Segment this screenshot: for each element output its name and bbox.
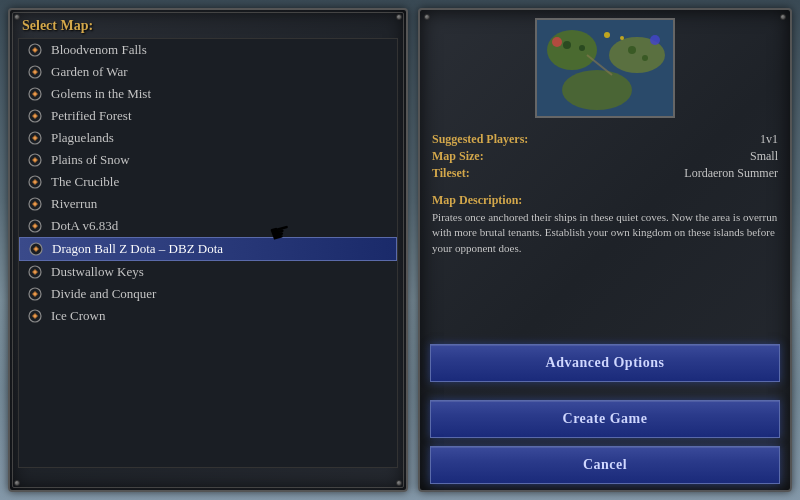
svg-point-32 bbox=[628, 46, 636, 54]
tileset-value: Lordaeron Summer bbox=[684, 166, 778, 181]
map-list-item[interactable]: Plains of Snow bbox=[19, 149, 397, 171]
map-list-item[interactable]: Bloodvenom Falls bbox=[19, 39, 397, 61]
map-item-icon bbox=[27, 218, 43, 234]
map-item-icon bbox=[28, 241, 44, 257]
map-item-icon bbox=[27, 108, 43, 124]
map-size-row: Map Size: Small bbox=[432, 149, 778, 164]
svg-point-35 bbox=[552, 37, 562, 47]
map-list-item[interactable]: Dustwallow Keys bbox=[19, 261, 397, 283]
map-list-item[interactable]: The Crucible bbox=[19, 171, 397, 193]
svg-point-9 bbox=[34, 137, 37, 140]
map-list-item[interactable]: Ice Crown bbox=[19, 305, 397, 327]
map-item-label: Riverrun bbox=[51, 196, 97, 212]
select-map-label: Select Map: bbox=[10, 10, 406, 38]
map-item-label: Petrified Forest bbox=[51, 108, 132, 124]
map-list-item[interactable]: Divide and Conquer bbox=[19, 283, 397, 305]
map-description-label: Map Description: bbox=[420, 189, 790, 210]
map-size-label: Map Size: bbox=[432, 149, 484, 164]
svg-point-27 bbox=[547, 30, 597, 70]
map-item-icon bbox=[27, 152, 43, 168]
svg-point-25 bbox=[34, 315, 37, 318]
map-item-label: DotA v6.83d bbox=[51, 218, 118, 234]
rivet-bl bbox=[14, 480, 20, 486]
svg-point-17 bbox=[34, 225, 37, 228]
rivet-tr bbox=[396, 14, 402, 20]
map-info: Suggested Players: 1v1 Map Size: Small T… bbox=[420, 126, 790, 189]
map-preview-content bbox=[537, 20, 673, 116]
map-item-label: The Crucible bbox=[51, 174, 119, 190]
map-item-icon bbox=[27, 42, 43, 58]
map-item-icon bbox=[27, 286, 43, 302]
map-list-item[interactable]: Golems in the Mist bbox=[19, 83, 397, 105]
map-item-icon bbox=[27, 264, 43, 280]
suggested-players-label: Suggested Players: bbox=[432, 132, 528, 147]
svg-point-13 bbox=[34, 181, 37, 184]
svg-point-1 bbox=[34, 49, 37, 52]
map-item-label: Dustwallow Keys bbox=[51, 264, 144, 280]
svg-point-31 bbox=[579, 45, 585, 51]
map-list-item[interactable]: Dragon Ball Z Dota – DBZ Dota bbox=[19, 237, 397, 261]
map-item-icon bbox=[27, 174, 43, 190]
tileset-row: Tileset: Lordaeron Summer bbox=[432, 166, 778, 181]
map-item-label: Garden of War bbox=[51, 64, 128, 80]
suggested-players-row: Suggested Players: 1v1 bbox=[432, 132, 778, 147]
map-item-label: Plains of Snow bbox=[51, 152, 130, 168]
map-item-label: Golems in the Mist bbox=[51, 86, 151, 102]
svg-point-19 bbox=[35, 248, 38, 251]
map-item-icon bbox=[27, 86, 43, 102]
advanced-options-area: Advanced Options bbox=[418, 336, 792, 390]
map-size-value: Small bbox=[750, 149, 778, 164]
map-list[interactable]: Bloodvenom Falls Garden of War Golems in… bbox=[18, 38, 398, 468]
rivet-br bbox=[396, 480, 402, 486]
map-item-label: Ice Crown bbox=[51, 308, 106, 324]
map-description-text: Pirates once anchored their ships in the… bbox=[420, 210, 790, 256]
rivet-r-tr bbox=[780, 14, 786, 20]
map-preview bbox=[535, 18, 675, 118]
svg-point-29 bbox=[562, 70, 632, 110]
map-item-label: Bloodvenom Falls bbox=[51, 42, 147, 58]
map-item-icon bbox=[27, 64, 43, 80]
advanced-options-button[interactable]: Advanced Options bbox=[430, 344, 780, 382]
map-item-icon bbox=[27, 130, 43, 146]
svg-point-33 bbox=[642, 55, 648, 61]
map-item-icon bbox=[27, 196, 43, 212]
map-list-item[interactable]: Garden of War bbox=[19, 61, 397, 83]
map-list-item[interactable]: DotA v6.83d bbox=[19, 215, 397, 237]
svg-point-11 bbox=[34, 159, 37, 162]
bottom-buttons-area: Create Game Cancel bbox=[418, 392, 792, 492]
map-item-icon bbox=[27, 308, 43, 324]
cancel-button[interactable]: Cancel bbox=[430, 446, 780, 484]
svg-point-37 bbox=[604, 32, 610, 38]
svg-point-15 bbox=[34, 203, 37, 206]
svg-point-7 bbox=[34, 115, 37, 118]
svg-point-3 bbox=[34, 71, 37, 74]
svg-point-30 bbox=[563, 41, 571, 49]
svg-point-38 bbox=[620, 36, 624, 40]
tileset-label: Tileset: bbox=[432, 166, 470, 181]
svg-point-23 bbox=[34, 293, 37, 296]
rivet-r-tl bbox=[424, 14, 430, 20]
svg-point-36 bbox=[650, 35, 660, 45]
map-item-label: Dragon Ball Z Dota – DBZ Dota bbox=[52, 241, 223, 257]
svg-point-5 bbox=[34, 93, 37, 96]
map-list-item[interactable]: Riverrun bbox=[19, 193, 397, 215]
svg-point-21 bbox=[34, 271, 37, 274]
suggested-players-value: 1v1 bbox=[760, 132, 778, 147]
map-list-item[interactable]: Petrified Forest bbox=[19, 105, 397, 127]
map-list-item[interactable]: Plaguelands bbox=[19, 127, 397, 149]
create-game-button[interactable]: Create Game bbox=[430, 400, 780, 438]
rivet-tl bbox=[14, 14, 20, 20]
map-item-label: Plaguelands bbox=[51, 130, 114, 146]
map-item-label: Divide and Conquer bbox=[51, 286, 156, 302]
left-panel: Select Map: Bloodvenom Falls Garden of W… bbox=[8, 8, 408, 492]
